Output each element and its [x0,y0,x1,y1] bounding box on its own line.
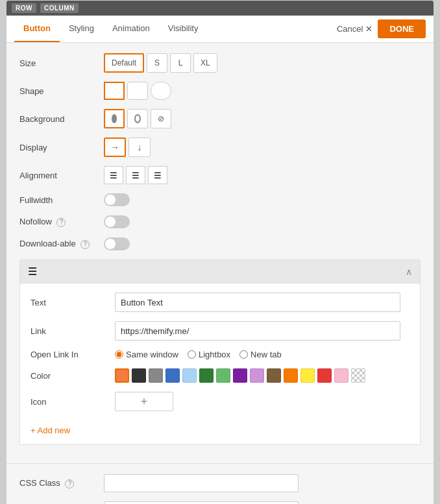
add-new-link[interactable]: + Add new [31,426,70,435]
align-center[interactable]: ☰ [126,166,145,184]
link-label: Link [31,326,115,336]
main-panel: ROW COLUMN Button Styling Animation Visi… [6,0,434,504]
nofollow-label: Nofollow ? [19,217,104,227]
text-section-header[interactable]: ☰ ∧ [20,260,420,283]
text-section-body: Text Link Open Link In Same window [20,283,420,444]
fullwidth-toggle[interactable] [104,193,130,206]
collapse-icon: ∧ [406,267,412,277]
color-swatch-purple[interactable] [233,368,247,383]
size-s[interactable]: S [147,53,167,73]
align-right[interactable]: ☰ [148,166,167,184]
color-swatch-gray[interactable] [149,368,163,383]
background-controls: ⊘ [104,109,171,128]
size-default[interactable]: Default [104,53,144,73]
fullwidth-row: Fullwidth [19,193,421,206]
color-label: Color [31,371,115,381]
text-field-row: Text [31,293,409,312]
downloadable-label: Download-able ? [19,239,104,249]
open-link-row: Open Link In Same window Lightbox New ta… [31,350,409,359]
color-row: Color [31,368,409,383]
bottom-section: CSS Class ? ID Name ? [6,463,434,504]
hamburger-icon: ☰ [28,265,37,278]
align-left-icon: ☰ [110,171,117,180]
background-row: Background ⊘ [19,109,421,128]
close-icon: ✕ [365,24,373,34]
size-l[interactable]: L [170,53,191,73]
row-tag: ROW [12,3,36,13]
color-swatch-darkorange[interactable] [284,368,298,383]
color-swatch-darkgreen[interactable] [199,368,214,383]
fullwidth-label: Fullwidth [19,195,104,205]
downloadable-help-icon[interactable]: ? [80,240,90,249]
shape-square[interactable] [104,82,125,100]
bg-filled-icon [112,114,117,123]
arrow-down-icon: ↓ [138,142,142,152]
tab-animation[interactable]: Animation [103,16,159,42]
shape-rounded[interactable] [127,82,148,100]
bg-filled[interactable] [104,109,125,128]
icon-add-button[interactable]: + [115,392,173,411]
color-swatch-blue[interactable] [165,368,180,383]
color-swatch-yellow[interactable] [300,368,315,383]
color-swatch-transparent[interactable] [351,368,365,383]
bg-ghost[interactable]: ⊘ [151,109,171,128]
shape-pill[interactable] [151,82,171,100]
color-swatch-brown[interactable] [267,368,281,383]
text-section: ☰ ∧ Text Link Open Link In [19,259,421,445]
tab-visibility[interactable]: Visibility [159,16,208,42]
id-name-input[interactable] [104,501,299,504]
open-link-options: Same window Lightbox New tab [115,350,282,359]
plus-icon: + [141,395,148,409]
shape-controls [104,82,171,100]
column-tag: COLUMN [40,3,79,13]
radio-lightbox[interactable]: Lightbox [188,350,230,359]
size-label: Size [19,58,104,68]
link-input[interactable] [115,321,400,341]
bg-outline[interactable] [127,109,148,128]
align-left[interactable]: ☰ [104,166,123,184]
top-bar: ROW COLUMN [6,1,434,16]
done-button[interactable]: DONE [378,19,426,38]
downloadable-toggle[interactable] [104,237,130,250]
size-xl[interactable]: XL [193,53,217,73]
nofollow-help-icon[interactable]: ? [56,218,66,227]
bg-outline-icon [134,114,141,123]
alignment-controls: ☰ ☰ ☰ [104,166,167,184]
display-inline[interactable]: → [104,138,126,157]
nofollow-toggle[interactable] [104,215,130,228]
color-swatch-lightblue[interactable] [182,368,197,383]
id-name-row: ID Name ? [19,501,421,504]
tabs-bar: Button Styling Animation Visibility Canc… [6,16,434,43]
align-right-icon: ☰ [154,171,162,180]
nofollow-row: Nofollow ? [19,215,421,228]
color-swatch-red[interactable] [317,368,332,383]
display-controls: → ↓ [104,138,151,157]
color-swatch-orange[interactable] [115,368,129,383]
cancel-button[interactable]: Cancel ✕ [337,24,373,34]
text-input[interactable] [115,293,400,312]
css-class-input[interactable] [104,474,299,492]
shape-row: Shape [19,82,421,100]
radio-new-tab[interactable]: New tab [239,350,282,359]
open-link-label: Open Link In [31,350,115,359]
css-class-row: CSS Class ? [19,474,421,492]
tab-styling[interactable]: Styling [60,16,103,42]
color-swatch-darkgray[interactable] [132,368,146,383]
alignment-label: Alignment [19,171,104,180]
text-field-label: Text [31,298,115,307]
link-row: Link [31,321,409,341]
size-controls: Default S L XL [104,53,217,73]
css-class-help-icon[interactable]: ? [65,479,74,488]
tab-button[interactable]: Button [14,16,60,42]
main-content: Size Default S L XL Shape Background [6,43,434,463]
downloadable-row: Download-able ? [19,237,421,250]
color-swatch-pink[interactable] [334,368,348,383]
display-block[interactable]: ↓ [128,138,151,157]
size-row: Size Default S L XL [19,53,421,73]
color-swatch-lightpurple[interactable] [250,368,264,383]
radio-same-window[interactable]: Same window [115,350,178,359]
css-class-label: CSS Class ? [19,478,104,488]
shape-label: Shape [19,86,104,96]
color-swatch-green[interactable] [216,368,230,383]
icon-row: Icon + [31,392,409,411]
